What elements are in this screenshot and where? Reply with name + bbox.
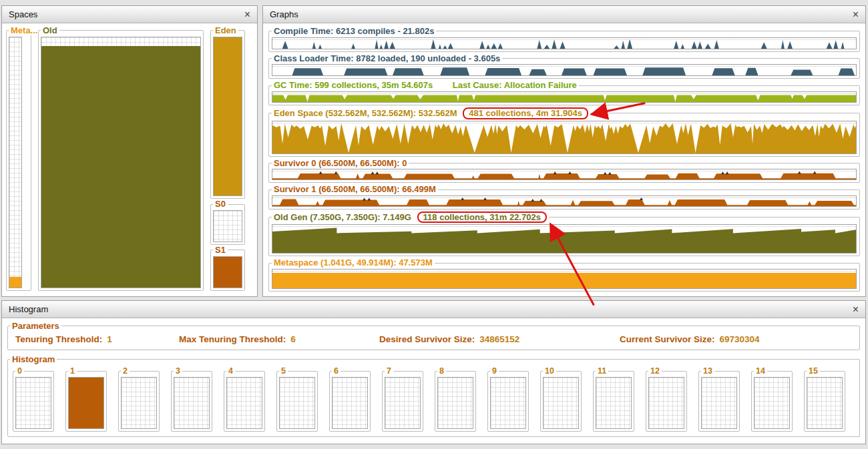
graph-survivor1-chart: [272, 195, 857, 207]
histogram-bin-label: 15: [807, 367, 820, 376]
histogram-bin-1: 1: [65, 367, 107, 432]
metaspace-column-box: [9, 37, 22, 288]
histogram-close-icon[interactable]: ×: [853, 304, 859, 315]
histogram-bin-label: 5: [279, 367, 288, 376]
param-current-survivor-size: Current Survivor Size:69730304: [620, 334, 760, 344]
survivor0-column-label: S0: [213, 199, 228, 209]
histogram-bin-4: 4: [224, 367, 265, 432]
histogram-bin-box: [174, 377, 210, 429]
histogram-bin-13: 13: [698, 367, 740, 432]
param-desired-survivor-size: Desired Survivor Size:34865152: [379, 334, 620, 344]
graph-gc-time-chart: [272, 91, 857, 103]
histogram-bin-box: [385, 377, 421, 429]
graph-compile-time-label: Compile Time: 6213 compiles - 21.802s: [274, 26, 434, 36]
graph-class-loader-time: Class Loader Time: 8782 loaded, 190 unlo…: [268, 54, 860, 79]
old-column-label: Old: [41, 26, 59, 35]
histogram-bin-box: [279, 377, 315, 429]
histogram-bin-box: [68, 377, 104, 429]
old-column: Old: [38, 26, 204, 291]
graphs-close-icon[interactable]: ×: [853, 9, 859, 20]
graph-survivor1-label: Survivor 1 (66.500M, 66.500M): 66.499M: [274, 184, 436, 194]
histogram-bin-10: 10: [540, 367, 582, 432]
eden-column: Eden: [210, 26, 245, 199]
histogram-bin-5: 5: [276, 367, 318, 432]
graph-eden-label: Eden Space (532.562M, 532.562M): 532.562…: [274, 108, 457, 118]
graphs-body: Compile Time: 6213 compiles - 21.802s Cl…: [263, 23, 865, 296]
top-row: Spaces × Meta... Old Eden: [0, 0, 868, 297]
histogram-bin-box: [490, 377, 526, 429]
histogram-group: Histogram 0123456789101112131415: [7, 355, 860, 438]
graph-survivor0-chart: [272, 169, 857, 180]
graph-survivor0-legend: Survivor 0 (66.500M, 66.500M): 0: [272, 159, 409, 168]
graphs-title: Graphs: [270, 9, 853, 19]
metaspace-column: Meta...: [6, 26, 31, 291]
graph-gc-time-legend: GC Time: 599 collections, 35m 54.607s La…: [272, 81, 579, 90]
histogram-bin-9: 9: [487, 367, 529, 432]
histogram-bin-8: 8: [435, 367, 476, 432]
graph-class-loader-chart: [272, 64, 857, 76]
parameters-group-label: Parameters: [10, 322, 61, 331]
histogram-bins: 0123456789101112131415: [10, 365, 857, 434]
graph-metaspace-chart: [272, 269, 857, 289]
histogram-bin-7: 7: [382, 367, 423, 432]
graph-class-loader-legend: Class Loader Time: 8782 loaded, 190 unlo…: [272, 54, 502, 63]
histogram-bin-0: 0: [13, 367, 54, 432]
param-max-tenuring-threshold: Max Tenuring Threshold:6: [179, 334, 379, 344]
histogram-bin-label: 4: [226, 367, 235, 376]
oldgen-collections-annotation: 118 collections, 31m 22.702s: [417, 211, 547, 223]
graph-old-gen-legend: Old Gen (7.350G, 7.350G): 7.149G 118 col…: [272, 211, 549, 223]
graph-survivor0-label: Survivor 0 (66.500M, 66.500M): 0: [274, 158, 407, 168]
histogram-bin-label: 11: [596, 367, 608, 376]
parameters-row: Tenuring Threshold:1 Max Tenuring Thresh…: [10, 332, 857, 348]
graph-gc-time: GC Time: 599 collections, 35m 54.607s La…: [268, 81, 860, 105]
histogram-bin-label: 13: [701, 367, 714, 376]
spaces-panel: Spaces × Meta... Old Eden: [1, 5, 258, 297]
old-column-fill: [41, 46, 200, 288]
parameters-group: Parameters Tenuring Threshold:1 Max Tenu…: [7, 322, 860, 350]
graphs-titlebar[interactable]: Graphs ×: [263, 6, 865, 23]
histogram-bin-label: 14: [754, 367, 767, 376]
histogram-bin-6: 6: [329, 367, 371, 432]
spaces-titlebar[interactable]: Spaces ×: [2, 6, 257, 23]
old-column-box: [41, 37, 201, 288]
spaces-close-icon[interactable]: ×: [244, 9, 250, 20]
histogram-titlebar[interactable]: Histogram ×: [2, 301, 865, 318]
histogram-bin-12: 12: [646, 367, 687, 432]
graph-eden-space: Eden Space (532.562M, 532.562M): 532.562…: [268, 107, 860, 157]
histogram-bin-label: 3: [174, 367, 182, 376]
survivor1-column-label: S1: [213, 246, 228, 255]
histogram-bin-14: 14: [751, 367, 793, 432]
histogram-bin-box: [121, 377, 157, 429]
histogram-bin-box: [648, 377, 684, 429]
graph-old-gen-label: Old Gen (7.350G, 7.350G): 7.149G: [274, 212, 411, 222]
graph-compile-time-legend: Compile Time: 6213 compiles - 21.802s: [272, 27, 436, 36]
graph-compile-time: Compile Time: 6213 compiles - 21.802s: [268, 27, 860, 52]
graph-gc-last-cause: Last Cause: Allocation Failure: [453, 80, 577, 90]
graph-compile-time-chart: [272, 37, 857, 49]
histogram-bin-15: 15: [804, 367, 845, 432]
spaces-title: Spaces: [9, 9, 244, 19]
histogram-bin-label: 7: [385, 367, 393, 376]
histogram-bin-label: 2: [121, 367, 130, 376]
histogram-bin-box: [15, 377, 51, 429]
graph-survivor1-legend: Survivor 1 (66.500M, 66.500M): 66.499M: [272, 185, 438, 194]
graph-survivor1: Survivor 1 (66.500M, 66.500M): 66.499M: [268, 185, 860, 209]
histogram-bin-label: 8: [437, 367, 446, 376]
eden-collections-annotation: 481 collections, 4m 31.904s: [463, 107, 588, 119]
graph-metaspace-label: Metaspace (1.041G, 49.914M): 47.573M: [274, 258, 433, 268]
histogram-bin-11: 11: [593, 367, 634, 432]
metaspace-column-fill: [9, 277, 21, 288]
survivor0-column: S0: [210, 199, 245, 245]
histogram-bin-label: 0: [15, 367, 24, 376]
metaspace-column-label: Meta...: [9, 26, 39, 35]
survivor1-column: S1: [210, 246, 245, 291]
histogram-bin-label: 10: [543, 367, 556, 376]
histogram-bin-label: 12: [648, 367, 662, 376]
histogram-bin-label: 6: [332, 367, 341, 376]
histogram-bin-box: [701, 377, 737, 429]
spaces-body: Meta... Old Eden S0: [2, 23, 257, 296]
histogram-bin-box: [807, 377, 843, 429]
graph-old-gen-chart: [272, 224, 857, 254]
histogram-group-label: Histogram: [10, 355, 57, 364]
histogram-title: Histogram: [9, 304, 853, 314]
